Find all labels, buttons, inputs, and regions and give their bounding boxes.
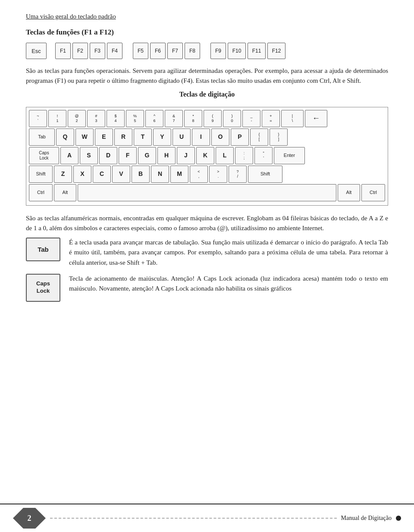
key-l: L — [216, 147, 234, 164]
key-r: R — [114, 128, 132, 146]
key-0: ) 0 — [223, 110, 241, 127]
kb-row-numbers: ~ ` ! 1 @ 2 # 3 $ 4 % 5 ^ 6 & 7 * 8 ( 9 … — [29, 110, 385, 127]
capslock-key-description: Tecla de acionamento de maiúsculas. Aten… — [26, 274, 388, 294]
key-rbracket: } ] — [270, 128, 288, 146]
key-ctrl-left: Ctrl — [29, 184, 53, 201]
key-equals: + = — [262, 110, 280, 127]
key-7: & 7 — [165, 110, 183, 127]
key-alt-right: Alt — [338, 184, 360, 201]
page-title: Uma visão geral do teclado padrão — [26, 13, 388, 20]
key-k: K — [196, 147, 214, 164]
footer-page-number: 2 — [23, 508, 35, 529]
key-f9: F9 — [210, 43, 226, 59]
key-u: U — [172, 128, 191, 146]
kb-row-bottom: Ctrl Alt Alt Ctrl — [29, 184, 385, 201]
fkeys-group3: F9 F10 F11 F12 — [210, 43, 285, 59]
key-h: H — [157, 147, 176, 164]
key-2: @ 2 — [68, 110, 86, 127]
key-f4: F4 — [107, 43, 122, 59]
key-comma: < , — [190, 166, 208, 183]
key-3: # 3 — [87, 110, 105, 127]
footer-dashes — [50, 518, 337, 519]
key-space — [78, 184, 336, 201]
key-lbracket: { [ — [250, 128, 268, 146]
page-content: Uma visão geral do teclado padrão Teclas… — [0, 0, 414, 336]
key-semicolon: : ; — [235, 147, 253, 164]
key-g: G — [138, 147, 156, 164]
key-shift-left: Shift — [29, 166, 53, 183]
key-c: C — [93, 166, 111, 183]
tab-key-label: Tab — [38, 246, 49, 253]
key-alt-left: Alt — [54, 184, 76, 201]
fkeys-description: São as teclas para funções operacionais.… — [26, 66, 388, 86]
key-t: T — [134, 128, 152, 146]
footer-title: Manual de Digitação — [341, 515, 392, 522]
key-4: $ 4 — [107, 110, 125, 127]
section2-heading: Teclas de digitação — [26, 91, 388, 98]
key-w: W — [75, 128, 94, 146]
key-f12: F12 — [267, 43, 285, 59]
key-backspace: ← — [305, 110, 327, 127]
key-z: Z — [54, 166, 72, 183]
key-v: V — [112, 166, 130, 183]
tab-illustration-block: Tab É a tecla usada para avançar marcas … — [26, 238, 388, 268]
key-y: Y — [153, 128, 171, 146]
function-keys-row: Esc F1 F2 F3 F4 F5 F6 F7 F8 F9 F10 F11 F… — [26, 43, 388, 59]
fkeys-group1: F1 F2 F3 F4 — [55, 43, 122, 59]
capslock-key-label: CapsLock — [36, 280, 50, 295]
tab-key-description: É a tecla usada para avançar marcas de t… — [26, 238, 388, 268]
footer-badge-left — [13, 508, 23, 529]
key-x: X — [73, 166, 91, 183]
key-shift-right: Shift — [248, 166, 282, 183]
capslock-key-illustration: CapsLock — [26, 274, 60, 302]
kb-row-asdf: Caps Lock A S D F G H J K L : ; " ' Ente… — [29, 147, 385, 164]
key-f10: F10 — [228, 43, 246, 59]
key-n: N — [151, 166, 169, 183]
keyboard-description: São as teclas alfanuméricas normais, enc… — [26, 213, 388, 234]
key-a: A — [60, 147, 78, 164]
key-f7: F7 — [167, 43, 183, 59]
key-e: E — [95, 128, 113, 146]
key-f8: F8 — [185, 43, 200, 59]
key-f3: F3 — [90, 43, 105, 59]
kb-row-qwerty: Tab Q W E R T Y U I O P { [ } ] — [29, 128, 385, 146]
footer-badge-right — [35, 508, 46, 529]
key-p: P — [231, 128, 249, 146]
key-quote: " ' — [254, 147, 273, 164]
tab-key-illustration: Tab — [26, 238, 60, 261]
key-capslock: Caps Lock — [29, 147, 59, 164]
key-i: I — [192, 128, 210, 146]
key-enter-top — [289, 128, 385, 146]
key-f2: F2 — [72, 43, 88, 59]
key-s: S — [80, 147, 98, 164]
key-b: B — [132, 166, 150, 183]
key-minus: _ - — [242, 110, 260, 127]
capslock-illustration-block: CapsLock Tecla de acionamento de maiúscu… — [26, 274, 388, 304]
key-5: % 5 — [126, 110, 144, 127]
key-tilde: ~ ` — [29, 110, 47, 127]
key-tab: Tab — [29, 128, 55, 146]
footer-dot — [396, 516, 401, 521]
key-f5: F5 — [133, 43, 148, 59]
fkeys-group2: F5 F6 F7 F8 — [133, 43, 200, 59]
key-o: O — [211, 128, 229, 146]
key-6: ^ 6 — [145, 110, 163, 127]
page-footer: 2 Manual de Digitação — [0, 504, 414, 532]
key-ctrl-right: Ctrl — [361, 184, 385, 201]
key-9: ( 9 — [204, 110, 222, 127]
key-8: * 8 — [184, 110, 202, 127]
key-f: F — [119, 147, 137, 164]
section1-heading: Teclas de funções (F1 a F12) — [26, 28, 388, 37]
key-f11: F11 — [248, 43, 266, 59]
key-q: Q — [56, 128, 74, 146]
key-slash: ? / — [229, 166, 247, 183]
key-f1: F1 — [55, 43, 71, 59]
key-esc: Esc — [26, 43, 47, 59]
key-m: M — [170, 166, 188, 183]
key-f6: F6 — [150, 43, 166, 59]
key-1: ! 1 — [48, 110, 66, 127]
key-backslash: | \ — [281, 110, 304, 127]
kb-row-zxcv: Shift Z X C V B N M < , > . ? / Shift — [29, 166, 385, 183]
key-enter: Enter — [274, 147, 305, 164]
key-j: J — [177, 147, 195, 164]
